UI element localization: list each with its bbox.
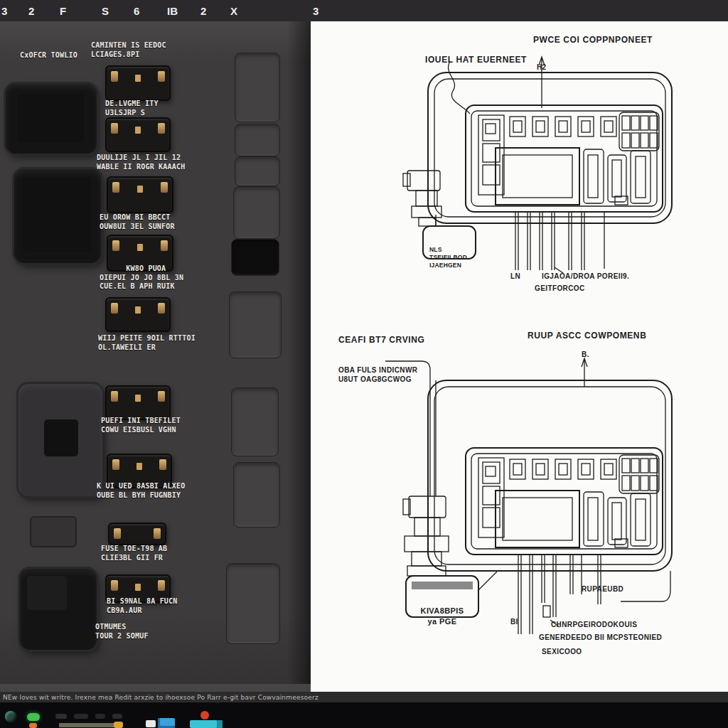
diagram-bottom-callout: KIVA8BPISya PGE: [411, 584, 473, 648]
doc-blue-icon[interactable]: [158, 718, 175, 728]
fuse-label: CxOFCR TOWLIO: [20, 51, 77, 60]
top-bar: 3 2 F S 6 IB 2 X 3: [0, 0, 728, 21]
tray-bar-icon[interactable]: [59, 723, 116, 727]
relay-slot: [233, 462, 280, 528]
fuse-box-photo: CxOFCR TOWLIO CAMINTEN IS EEDOCLCIAGES.8…: [0, 21, 311, 692]
fuse-label: CAMINTEN IS EEDOCLCIAGES.8PI: [91, 41, 166, 59]
topbar-key-5[interactable]: IB: [167, 5, 178, 17]
relay-slot: [231, 239, 279, 276]
connector-socket: [6, 84, 97, 154]
fuse-label: DE.LVGME ITYU3LSJRP S: [105, 100, 159, 117]
edge-shadow: [287, 21, 311, 692]
diagram-top-caption-2: GEITFORCOC: [535, 284, 585, 293]
diagram-top-title: PWCE COI COPPNPONEET: [533, 36, 653, 45]
yellow-chip-icon[interactable]: [114, 722, 123, 728]
diagram-bottom-caption-1: CHNRPGEIRODOKOUIS: [551, 620, 637, 629]
diagram-bottom-pin-label: B.: [582, 350, 589, 359]
diagram-top-lead-label: LN: [510, 272, 520, 281]
screen: 3 2 F S 6 IB 2 X 3: [0, 0, 728, 728]
connector-socket: [14, 169, 101, 263]
diagram-top-harness-label: IOUEL HAT EUERNEET: [425, 55, 527, 65]
fuse: [105, 65, 171, 101]
relay-slot: [235, 53, 280, 122]
status-text: NEw loves wit writre. Irexne mea Redit a…: [3, 694, 318, 701]
connector-socket: [20, 569, 97, 650]
diagram-top-callout: NLSTSEIEILBODIJAEHGEN: [429, 230, 472, 285]
fuse-label: EU OROW BI BBCCTOUW8UI 3EL SUNFOR: [100, 213, 175, 231]
status-bar: NEw loves wit writre. Irexne mea Redit a…: [0, 692, 728, 702]
globe-icon[interactable]: [5, 711, 16, 722]
alert-dot-icon[interactable]: [200, 711, 209, 719]
orange-chip-icon[interactable]: [29, 723, 37, 728]
diagram-bottom-side-label: RUPAEUBD: [582, 584, 623, 594]
ghost-label-icon[interactable]: [55, 714, 67, 719]
taskbar: [0, 702, 728, 728]
fuse: [105, 117, 171, 152]
fuse: [105, 297, 171, 332]
fuse-label: PUEFI INI TBEFILETCOWU EISBUSL VGHN: [101, 417, 181, 434]
status-pill-icon[interactable]: [27, 713, 40, 721]
fuse-label: BI S9NAL 8A FUCNCB9A.AUR: [107, 597, 178, 615]
fuse-label: OTMUMESTOUR 2 SOMUF: [95, 623, 149, 641]
relay-slot: [229, 291, 282, 358]
topbar-key-1[interactable]: 2: [28, 5, 34, 17]
fuse: [107, 176, 173, 213]
topbar-key-7[interactable]: X: [230, 5, 237, 17]
ghost-label-icon[interactable]: [112, 714, 122, 719]
diagram-bottom-caption-3: SEXICOOO: [542, 647, 582, 656]
photo-bottom-edge: [0, 684, 311, 692]
ghost-label-icon[interactable]: [95, 714, 105, 719]
topbar-key-0[interactable]: 3: [1, 5, 7, 17]
relay-slot: [226, 563, 280, 644]
fuse-label: K UI UED 8ASBI ALXEOOUBE BL BYH FUGNBIY: [97, 482, 185, 500]
diagram-top-caption-1: IGJAOA/DROA POREII9.: [542, 272, 629, 281]
fuse-label: KW8O PUOAOIEPUI JO JO 8BL 3NCUE.EL B APH…: [100, 264, 183, 291]
diagram-bottom-lead-label: BI: [510, 617, 518, 626]
fuse-label: WIIJ PEITE 9OIL RTTTOIOL.TAWEILI ER: [98, 334, 196, 352]
topbar-key-8[interactable]: 3: [313, 5, 318, 17]
relay-slot: [235, 124, 280, 156]
doc-white-icon[interactable]: [146, 720, 156, 727]
relay-slot: [233, 186, 280, 239]
connector-socket: [18, 384, 102, 496]
diagram-bottom-caption-2: GENERDEEDO BII MCPSTEONIED: [539, 633, 662, 642]
ghost-label-icon[interactable]: [74, 714, 88, 719]
fuse-label: DUULIJE JL I JIL 12WABLE II ROGR KAAACH: [97, 154, 185, 171]
topbar-key-3[interactable]: S: [102, 5, 109, 17]
relay-slot: [235, 156, 280, 186]
relay-slot: [231, 387, 279, 456]
topbar-key-6[interactable]: 2: [200, 5, 206, 17]
fuse-label: FUSE TOE-T98 ABCLIE3BL GII FR: [101, 545, 167, 562]
diagram-bottom-title: RUUP ASCC COWPOMENB: [528, 331, 646, 341]
teal-app-icon[interactable]: [190, 720, 223, 728]
diagram-bottom-note-lines: OBA FULS INDICNWRU8UT OAG8GCWOG: [338, 347, 417, 402]
topbar-key-2[interactable]: F: [60, 5, 66, 17]
diagram-panel: PWCE COI COPPNPONEET IOUEL HAT EUERNEET …: [311, 21, 728, 692]
topbar-key-4[interactable]: 6: [134, 5, 139, 17]
fuse: [105, 385, 171, 420]
mount-notch: [30, 516, 77, 547]
panel-bottom-edge: [311, 684, 728, 692]
diagram-top-pin-label: H2: [537, 63, 547, 72]
fuse: [108, 523, 166, 545]
diagram-bottom-note-title: CEAFI BT7 CRVING: [338, 336, 424, 345]
